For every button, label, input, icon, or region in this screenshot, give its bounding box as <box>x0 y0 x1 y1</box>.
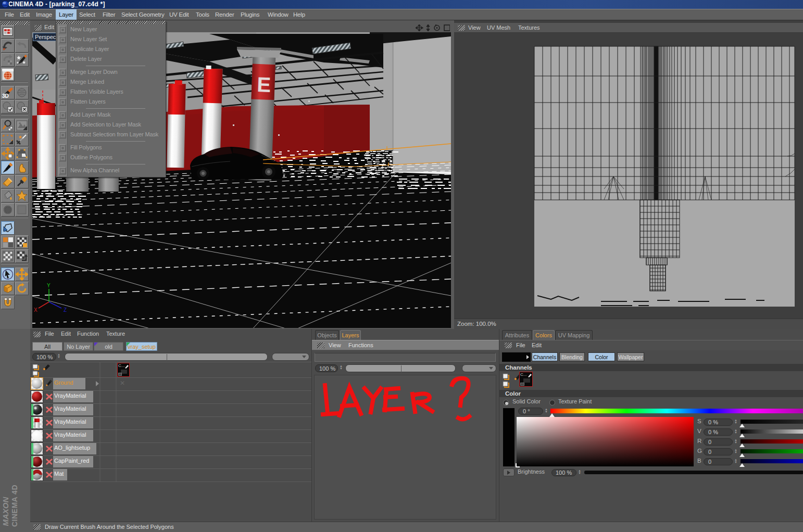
svg-text:E: E <box>257 73 271 96</box>
svg-text:Z: Z <box>64 307 67 313</box>
svg-text:X: X <box>34 307 37 313</box>
svg-text:3D: 3D <box>2 93 9 99</box>
svg-text:Y: Y <box>47 283 51 288</box>
